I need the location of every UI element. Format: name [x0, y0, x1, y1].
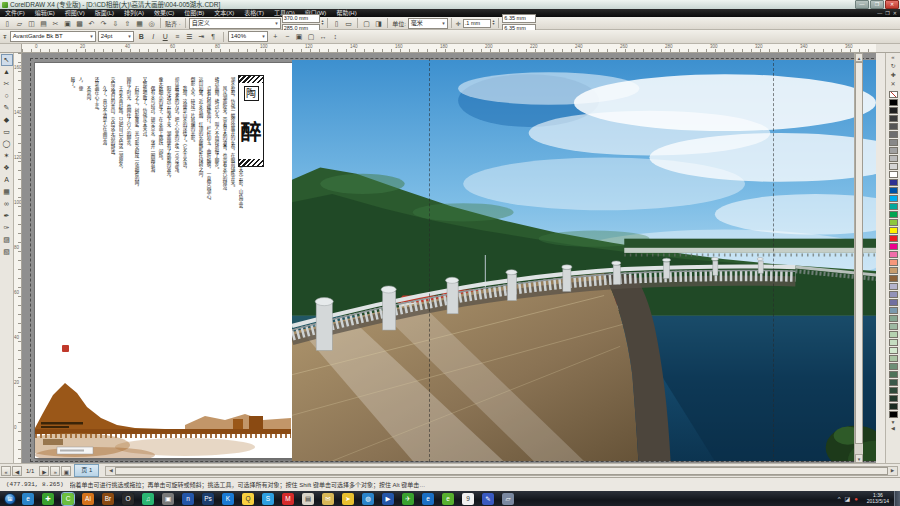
snap-dropdown[interactable]: 贴齐 · — [164, 19, 182, 28]
menu-item-8[interactable]: 表格(T) — [239, 9, 269, 17]
color-swatch-4[interactable] — [889, 123, 898, 130]
menu-item-1[interactable]: 编辑(E) — [30, 9, 60, 17]
zoom-selected-icon[interactable]: ▣ — [294, 31, 305, 42]
taskbar-green-bird-icon[interactable]: ✈ — [402, 493, 414, 505]
crop-tool[interactable]: ✂ — [1, 78, 13, 90]
italic-button[interactable]: I — [148, 31, 159, 42]
scroll-down-arrow[interactable]: ▼ — [855, 454, 863, 463]
zoom-out-icon[interactable]: − — [282, 31, 293, 42]
menu-item-11[interactable]: 帮助(H) — [331, 9, 361, 17]
taskbar-notepad-icon[interactable]: ▤ — [302, 493, 314, 505]
cut-icon[interactable]: ✂ — [50, 18, 61, 29]
smart-fill-tool[interactable]: ◆ — [1, 114, 13, 126]
menu-item-5[interactable]: 效果(C) — [149, 9, 179, 17]
taskbar-qq-music-icon[interactable]: ♫ — [142, 493, 154, 505]
color-swatch-19[interactable] — [889, 243, 898, 250]
paper-width-field[interactable]: 370.0 mm — [282, 14, 320, 23]
portrait-button[interactable]: ▯ — [331, 18, 342, 29]
color-swatch-38[interactable] — [889, 395, 898, 402]
mdi-restore-button[interactable]: ❐ — [885, 10, 889, 16]
drawing-canvas[interactable]: 于是，我来到一场注定的邂逅里。此时，天光云影，山色空蒙，湖水盈盈，仿佛一幅徐徐展… — [22, 53, 876, 463]
zoom-height-icon[interactable]: ↕ — [330, 31, 341, 42]
open-icon[interactable]: ▱ — [14, 18, 25, 29]
menu-item-0[interactable]: 文件(F) — [0, 9, 30, 17]
color-swatch-3[interactable] — [889, 115, 898, 122]
add-page-button[interactable]: ▣ — [61, 466, 71, 476]
maximize-button[interactable]: ❐ — [870, 0, 884, 9]
units-combo[interactable]: 毫米▾ — [408, 18, 448, 29]
taskbar-folder-icon[interactable]: ▱ — [502, 493, 514, 505]
next-page-button[interactable]: ▶ — [39, 466, 49, 476]
zoom-in-icon[interactable]: + — [270, 31, 281, 42]
print-icon[interactable]: ▤ — [38, 18, 49, 29]
color-swatch-7[interactable] — [889, 147, 898, 154]
taskbar-e-green-icon[interactable]: e — [442, 493, 454, 505]
taskbar-illustrator-icon[interactable]: Ai — [82, 493, 94, 505]
article-text-block[interactable]: 于是，我来到一场注定的邂逅里。此时，天光云影，山色空蒙，湖水盈盈，仿佛一幅徐徐展… — [68, 77, 244, 377]
first-page-button[interactable]: « — [1, 466, 11, 476]
paste-icon[interactable]: ▩ — [74, 18, 85, 29]
color-swatch-20[interactable] — [889, 251, 898, 258]
scroll-up-arrow[interactable]: ▲ — [855, 53, 863, 62]
taskbar-sogou-browser-icon[interactable]: S — [262, 493, 274, 505]
start-button[interactable]: ⊞ — [4, 493, 16, 505]
menu-item-3[interactable]: 版面(L) — [90, 9, 119, 17]
sepia-landscape-graphic[interactable] — [35, 373, 291, 458]
color-swatch-29[interactable] — [889, 323, 898, 330]
bold-button[interactable]: B — [136, 31, 147, 42]
interactive-fill-tool[interactable]: ▧ — [1, 246, 13, 258]
corel-online-icon[interactable]: ◎ — [146, 18, 157, 29]
outline-pen-tool[interactable]: ✑ — [1, 222, 13, 234]
zoom-page-icon[interactable]: ▢ — [306, 31, 317, 42]
color-swatch-6[interactable] — [889, 139, 898, 146]
duplicate-x-field[interactable]: 6.35 mm — [502, 14, 536, 23]
horizontal-scroll-thumb[interactable] — [115, 467, 888, 475]
lake-photo-object[interactable] — [292, 60, 876, 461]
taskbar-360-safety-icon[interactable]: ✚ — [42, 493, 54, 505]
app-launcher-icon[interactable]: ▦ — [134, 18, 145, 29]
basic-shapes-tool[interactable]: ❖ — [1, 162, 13, 174]
color-swatch-10[interactable] — [889, 171, 898, 178]
taskbar-m-app-icon[interactable]: M — [282, 493, 294, 505]
vertical-scroll-thumb[interactable] — [855, 62, 863, 444]
ellipse-tool[interactable]: ◯ — [1, 138, 13, 150]
docker-refresh-icon[interactable]: ↻ — [890, 62, 895, 71]
page-tab-1[interactable]: 页 1 — [74, 464, 99, 477]
blend-tool[interactable]: ∞ — [1, 198, 13, 210]
color-swatch-16[interactable] — [889, 219, 898, 226]
docker-menu-icon[interactable]: « — [891, 53, 894, 62]
color-swatch-13[interactable] — [889, 195, 898, 202]
color-swatch-24[interactable] — [889, 283, 898, 290]
copy-icon[interactable]: ▣ — [62, 18, 73, 29]
docker-close-icon[interactable]: ✕ — [890, 80, 895, 89]
color-swatch-1[interactable] — [889, 99, 898, 106]
color-swatch-21[interactable] — [889, 259, 898, 266]
undo-icon[interactable]: ↶ — [86, 18, 97, 29]
tray-alert-icon[interactable]: ● — [854, 496, 858, 502]
taskbar-kankan-icon[interactable]: ➤ — [342, 493, 354, 505]
color-swatch-31[interactable] — [889, 339, 898, 346]
fill-tool[interactable]: ▨ — [1, 234, 13, 246]
taskbar-sogou-pinyin-icon[interactable]: 9 — [462, 493, 474, 505]
close-button[interactable]: ✕ — [885, 0, 899, 9]
current-page-button[interactable]: ◨ — [373, 18, 384, 29]
freehand-tool[interactable]: ✎ — [1, 102, 13, 114]
color-swatch-36[interactable] — [889, 379, 898, 386]
color-swatch-23[interactable] — [889, 275, 898, 282]
previous-page-button[interactable]: ◀ — [12, 466, 22, 476]
color-swatch-39[interactable] — [889, 403, 898, 410]
vertical-scrollbar[interactable]: ▲ ▼ — [854, 53, 863, 463]
taskbar-office-icon[interactable]: O — [122, 493, 134, 505]
color-swatch-15[interactable] — [889, 211, 898, 218]
landscape-button[interactable]: ▭ — [343, 18, 354, 29]
taskbar-globe2-icon[interactable]: ◍ — [362, 493, 374, 505]
last-page-button[interactable]: » — [50, 466, 60, 476]
table-tool[interactable]: ▦ — [1, 186, 13, 198]
import-icon[interactable]: ⇩ — [110, 18, 121, 29]
underline-button[interactable]: U — [160, 31, 171, 42]
minimize-button[interactable]: — — [855, 0, 869, 9]
paper-size-stepper[interactable]: ▲▼ — [321, 20, 324, 27]
color-swatch-37[interactable] — [889, 387, 898, 394]
color-swatch-22[interactable] — [889, 267, 898, 274]
color-swatch-30[interactable] — [889, 331, 898, 338]
